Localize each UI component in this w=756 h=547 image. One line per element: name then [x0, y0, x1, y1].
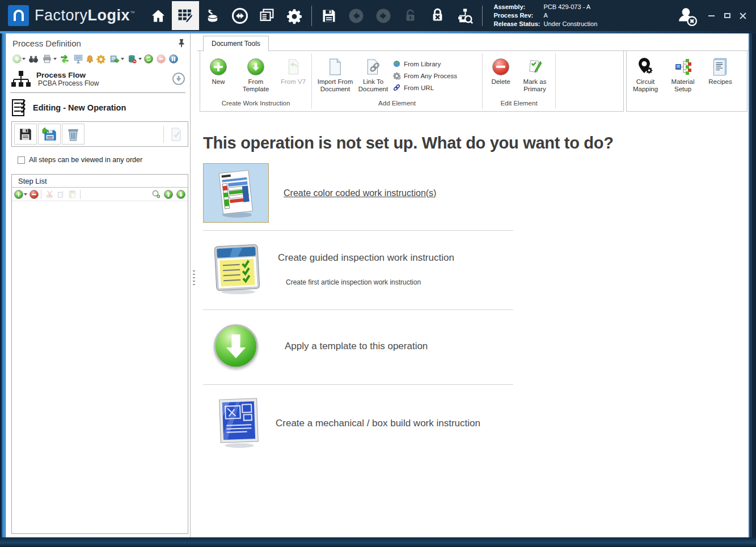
maximize-icon: [724, 13, 730, 18]
pause-button[interactable]: [169, 54, 178, 63]
any-order-checkbox[interactable]: [18, 156, 25, 164]
unlock-button[interactable]: [397, 1, 424, 30]
maximize-button[interactable]: [722, 11, 732, 21]
material-setup-button[interactable]: Material Setup: [664, 51, 702, 111]
database-dropdown-caret[interactable]: [138, 58, 142, 60]
assembly-info: Assembly:PCB 429-073 - A Process Rev:A R…: [494, 3, 598, 28]
import-from-document-label: Import From Document: [315, 78, 355, 93]
window-frame-bottom: [0, 537, 756, 547]
back-button[interactable]: [343, 1, 370, 30]
stop-button[interactable]: [157, 54, 166, 63]
export-dropdown-caret[interactable]: [121, 58, 124, 60]
move-step-up-button[interactable]: [164, 190, 173, 199]
panel-title: Process Definition: [12, 39, 178, 48]
assembly-label: Assembly:: [494, 3, 544, 11]
from-any-process-label: From Any Process: [404, 73, 457, 79]
tab-document-tools[interactable]: Document Tools: [203, 36, 269, 51]
copy-button[interactable]: [55, 189, 66, 200]
from-library-button[interactable]: From Library: [391, 59, 457, 69]
create-first-article-label[interactable]: Create first article inspection work ins…: [286, 278, 454, 286]
apply-template-label[interactable]: Apply a template to this operation: [285, 341, 428, 351]
process-definition-button[interactable]: [172, 1, 199, 30]
back-icon: [348, 7, 365, 24]
transfer-button[interactable]: [59, 53, 70, 65]
create-color-coded-link[interactable]: Create color coded work instruction(s): [284, 188, 436, 198]
create-guided-inspection-label[interactable]: Create guided inspection work instructio…: [278, 252, 454, 264]
brand-tm: ™: [130, 10, 136, 16]
save-button[interactable]: [315, 1, 343, 30]
settings-button[interactable]: [281, 1, 308, 30]
cut-button[interactable]: [44, 189, 55, 200]
apply-template-thumbnail[interactable]: [214, 324, 258, 368]
user-logout-button[interactable]: [675, 5, 698, 27]
circuit-mapping-button[interactable]: Circuit Mapping: [627, 51, 664, 111]
gear-settings-button[interactable]: [95, 53, 107, 65]
apply-template-icon: [214, 324, 258, 368]
lock-x-icon: [430, 8, 445, 23]
recipes-label: Recipes: [708, 78, 732, 86]
edit-document-button[interactable]: [166, 125, 185, 144]
panel-splitter[interactable]: [191, 33, 197, 537]
export-folder-button[interactable]: [109, 53, 120, 65]
link-to-document-button[interactable]: Link To Document: [355, 56, 391, 93]
import-data-icon: [205, 8, 221, 24]
guided-inspection-thumbnail[interactable]: [211, 241, 263, 298]
forward-button[interactable]: [370, 1, 397, 30]
sync-button[interactable]: [226, 1, 254, 30]
delete-element-button[interactable]: Delete: [485, 56, 516, 86]
color-coded-thumbnail[interactable]: [203, 163, 269, 223]
design-grid-icon: [177, 7, 194, 24]
delete-icon: [492, 58, 509, 75]
expand-down-icon[interactable]: [172, 72, 185, 86]
home-button[interactable]: [145, 1, 172, 30]
option-guided-inspection: Create guided inspection work instructio…: [203, 241, 454, 298]
paste-button[interactable]: [66, 189, 78, 200]
add-dropdown-caret[interactable]: [22, 58, 26, 60]
new-button[interactable]: New: [200, 56, 236, 86]
recipes-button[interactable]: Recipes: [702, 51, 739, 111]
minimize-button[interactable]: [706, 11, 716, 21]
any-order-checkbox-row[interactable]: All steps can be viewed in any order: [18, 156, 142, 164]
add-operation-button[interactable]: [12, 54, 22, 63]
mechanical-thumbnail[interactable]: [216, 396, 261, 451]
main-area: Document Tools New From Template From V7: [197, 33, 749, 537]
mechanical-box-build-label[interactable]: Create a mechanical / box build work ins…: [276, 418, 480, 429]
from-library-icon: [391, 60, 402, 69]
close-button[interactable]: [738, 11, 748, 21]
save-operation-button[interactable]: [14, 124, 37, 145]
print-dropdown-caret[interactable]: [53, 58, 57, 60]
from-template-button[interactable]: From Template: [238, 56, 274, 93]
from-v7-label: From V7: [281, 78, 306, 86]
from-url-button[interactable]: From URL: [391, 83, 457, 92]
import-from-document-button[interactable]: Import From Document: [315, 56, 355, 93]
data-import-button[interactable]: [199, 1, 226, 30]
presentation-button[interactable]: [73, 53, 84, 65]
sync-icon: [231, 7, 248, 24]
remove-step-button[interactable]: [29, 190, 39, 199]
step-list-body[interactable]: [12, 201, 188, 533]
minimize-icon: [708, 15, 715, 16]
mark-as-primary-button[interactable]: Mark as Primary: [517, 56, 552, 93]
from-any-process-button[interactable]: From Any Process: [391, 71, 457, 80]
zoom-step-button[interactable]: [150, 189, 162, 200]
database-button[interactable]: [126, 53, 138, 65]
editing-checklist-icon: [11, 98, 28, 117]
add-element-stack: From Library From Any Process From URL: [391, 56, 457, 92]
lock-delete-button[interactable]: [424, 1, 451, 30]
home-icon: [150, 8, 166, 24]
print-button[interactable]: [41, 53, 53, 65]
documents-button[interactable]: [254, 1, 281, 30]
new-label: New: [212, 78, 225, 86]
delete-operation-button[interactable]: [62, 124, 85, 145]
add-step-caret[interactable]: [24, 193, 27, 196]
process-flow-row[interactable]: Process Flow PCBA Process Flow: [11, 66, 185, 91]
move-step-down-button[interactable]: [176, 190, 185, 199]
process-audit-button[interactable]: [451, 1, 479, 30]
alert-bell-button[interactable]: [84, 53, 95, 65]
refresh-button[interactable]: [144, 54, 153, 63]
add-step-button[interactable]: [14, 190, 23, 199]
from-v7-button[interactable]: From V7: [275, 56, 311, 86]
save-and-return-button[interactable]: [38, 124, 61, 145]
find-binoculars-button[interactable]: [28, 53, 39, 65]
pin-icon[interactable]: [178, 39, 185, 48]
